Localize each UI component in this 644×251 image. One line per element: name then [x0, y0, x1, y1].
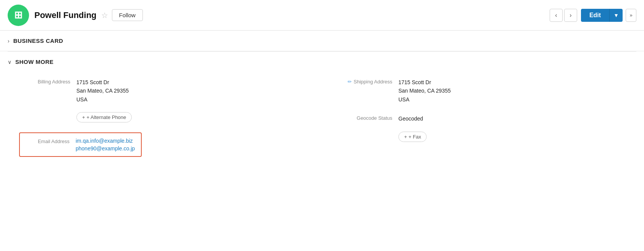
business-card-label: BUSINESS CARD	[13, 37, 63, 44]
business-card-section-header[interactable]: › BUSINESS CARD	[0, 31, 644, 51]
email-address-label: Email Address	[26, 138, 76, 144]
company-logo: ⊞	[8, 5, 29, 26]
alternate-phone-row: + + Alternate Phone	[15, 109, 322, 129]
show-more-label: SHOW MORE	[15, 59, 53, 65]
billing-address-value: 1715 Scott Dr San Mateo, CA 29355 USA	[76, 78, 129, 104]
edit-dropdown-button[interactable]: ▼	[609, 9, 623, 22]
geocode-status-value: Geocoded	[398, 114, 423, 123]
fax-row: + + Fax	[337, 129, 629, 147]
billing-address-line1: 1715 Scott Dr	[76, 78, 129, 86]
favorite-star-icon[interactable]: ☆	[101, 11, 108, 20]
left-column: Billing Address 1715 Scott Dr San Mateo,…	[15, 73, 322, 160]
email-2[interactable]: phone90@example.co.jp	[76, 145, 135, 152]
shipping-address-label: Shipping Address	[354, 79, 392, 85]
edit-button[interactable]: Edit	[581, 9, 609, 22]
business-card-chevron-icon: ›	[8, 38, 10, 44]
follow-button[interactable]: Follow	[112, 9, 143, 21]
content-grid: Billing Address 1715 Scott Dr San Mateo,…	[8, 73, 636, 160]
show-more-header[interactable]: ∨ SHOW MORE	[8, 52, 636, 73]
more-actions-button[interactable]: »	[626, 9, 636, 22]
email-values: im.qa.info@example.biz phone90@example.c…	[76, 138, 135, 152]
shipping-address-line3: USA	[398, 95, 451, 104]
company-name: Powell Funding	[34, 10, 97, 20]
fax-plus-icon: +	[404, 134, 407, 140]
billing-address-label: Billing Address	[15, 78, 76, 85]
page-header: ⊞ Powell Funding ☆ Follow ‹ › Edit ▼ »	[0, 0, 644, 31]
add-fax-button[interactable]: + + Fax	[398, 132, 427, 142]
fax-label: + Fax	[409, 134, 421, 140]
next-record-button[interactable]: ›	[564, 9, 577, 22]
plus-icon: +	[82, 114, 85, 120]
shipping-address-row: ✏ Shipping Address 1715 Scott Dr San Mat…	[337, 73, 629, 109]
shipping-address-label-wrapper: ✏ Shipping Address	[337, 78, 398, 85]
header-actions: ‹ › Edit ▼ »	[550, 9, 636, 22]
shipping-address-value: 1715 Scott Dr San Mateo, CA 29355 USA	[398, 78, 451, 104]
billing-address-line3: USA	[76, 95, 129, 104]
email-address-row: Email Address im.qa.info@example.biz pho…	[15, 129, 322, 160]
shipping-address-line1: 1715 Scott Dr	[398, 78, 451, 86]
email-1[interactable]: im.qa.info@example.biz	[76, 138, 135, 144]
show-more-chevron-icon: ∨	[8, 59, 11, 65]
add-alternate-phone-button[interactable]: + + Alternate Phone	[76, 112, 132, 122]
email-highlight-box: Email Address im.qa.info@example.biz pho…	[19, 132, 142, 157]
geocode-status-row: Geocode Status Geocoded	[337, 109, 629, 128]
billing-address-row: Billing Address 1715 Scott Dr San Mateo,…	[15, 73, 322, 109]
pencil-icon: ✏	[348, 79, 352, 85]
edit-button-group: Edit ▼	[581, 9, 623, 22]
show-more-section: ∨ SHOW MORE Billing Address 1715 Scott D…	[0, 52, 644, 168]
alternate-phone-label: + Alternate Phone	[87, 114, 126, 120]
billing-address-line2: San Mateo, CA 29355	[76, 86, 129, 95]
company-logo-icon: ⊞	[14, 9, 23, 21]
right-column: ✏ Shipping Address 1715 Scott Dr San Mat…	[322, 73, 629, 160]
shipping-address-line2: San Mateo, CA 29355	[398, 86, 451, 95]
geocode-status-label: Geocode Status	[337, 114, 398, 121]
prev-record-button[interactable]: ‹	[550, 9, 563, 22]
